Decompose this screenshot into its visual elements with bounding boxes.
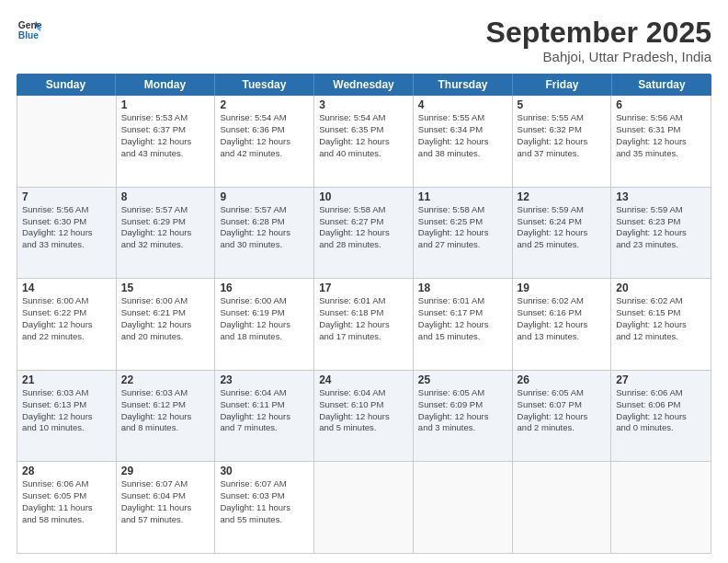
calendar: SundayMondayTuesdayWednesdayThursdayFrid… xyxy=(17,74,711,554)
calendar-day-19: 19Sunrise: 6:02 AM Sunset: 6:16 PM Dayli… xyxy=(513,279,612,370)
calendar-day-6: 6Sunrise: 5:56 AM Sunset: 6:31 PM Daylig… xyxy=(611,96,711,187)
day-info: Sunrise: 6:01 AM Sunset: 6:17 PM Dayligh… xyxy=(418,295,507,342)
calendar-day-25: 25Sunrise: 6:05 AM Sunset: 6:09 PM Dayli… xyxy=(414,371,513,462)
calendar-day-14: 14Sunrise: 6:00 AM Sunset: 6:22 PM Dayli… xyxy=(17,279,117,370)
calendar-week-5: 28Sunrise: 6:06 AM Sunset: 6:05 PM Dayli… xyxy=(17,462,711,553)
calendar-day-16: 16Sunrise: 6:00 AM Sunset: 6:19 PM Dayli… xyxy=(215,279,314,370)
day-number: 12 xyxy=(518,190,607,203)
calendar-week-4: 21Sunrise: 6:03 AM Sunset: 6:13 PM Dayli… xyxy=(17,371,711,463)
calendar-day-empty xyxy=(314,462,414,553)
day-number: 11 xyxy=(418,190,507,203)
day-header-thursday: Thursday xyxy=(414,74,513,96)
day-number: 27 xyxy=(616,373,706,386)
svg-text:Blue: Blue xyxy=(18,30,40,40)
logo: General Blue xyxy=(17,17,42,42)
day-info: Sunrise: 6:06 AM Sunset: 6:05 PM Dayligh… xyxy=(22,478,111,525)
day-number: 17 xyxy=(319,282,408,294)
day-info: Sunrise: 5:57 AM Sunset: 6:28 PM Dayligh… xyxy=(220,204,309,251)
calendar-day-10: 10Sunrise: 5:58 AM Sunset: 6:27 PM Dayli… xyxy=(314,188,414,279)
day-number: 3 xyxy=(319,98,408,111)
calendar-day-4: 4Sunrise: 5:55 AM Sunset: 6:34 PM Daylig… xyxy=(414,96,513,187)
day-info: Sunrise: 5:54 AM Sunset: 6:36 PM Dayligh… xyxy=(220,112,309,159)
day-number: 16 xyxy=(220,282,309,294)
day-header-sunday: Sunday xyxy=(17,74,116,96)
day-info: Sunrise: 6:00 AM Sunset: 6:22 PM Dayligh… xyxy=(22,295,111,342)
calendar-day-26: 26Sunrise: 6:05 AM Sunset: 6:07 PM Dayli… xyxy=(513,371,612,462)
day-number: 8 xyxy=(121,190,210,203)
day-number: 9 xyxy=(220,190,309,203)
calendar-day-24: 24Sunrise: 6:04 AM Sunset: 6:10 PM Dayli… xyxy=(314,371,414,462)
header: General Blue September 2025 Bahjoi, Utta… xyxy=(17,17,711,64)
day-number: 4 xyxy=(418,98,507,111)
day-number: 15 xyxy=(121,282,210,294)
calendar-day-13: 13Sunrise: 5:59 AM Sunset: 6:23 PM Dayli… xyxy=(611,188,711,279)
calendar-day-15: 15Sunrise: 6:00 AM Sunset: 6:21 PM Dayli… xyxy=(117,279,216,370)
day-info: Sunrise: 6:05 AM Sunset: 6:09 PM Dayligh… xyxy=(418,387,507,434)
calendar-day-3: 3Sunrise: 5:54 AM Sunset: 6:35 PM Daylig… xyxy=(314,96,414,187)
day-number: 6 xyxy=(616,98,706,111)
day-info: Sunrise: 5:59 AM Sunset: 6:23 PM Dayligh… xyxy=(616,204,706,251)
day-info: Sunrise: 6:07 AM Sunset: 6:03 PM Dayligh… xyxy=(220,478,309,525)
day-number: 19 xyxy=(518,282,607,294)
location: Bahjoi, Uttar Pradesh, India xyxy=(486,49,711,64)
calendar-day-empty xyxy=(513,462,612,553)
day-number: 26 xyxy=(518,373,607,386)
day-info: Sunrise: 6:04 AM Sunset: 6:10 PM Dayligh… xyxy=(319,387,408,434)
calendar-day-17: 17Sunrise: 6:01 AM Sunset: 6:18 PM Dayli… xyxy=(314,279,414,370)
calendar-week-2: 7Sunrise: 5:56 AM Sunset: 6:30 PM Daylig… xyxy=(17,188,711,280)
day-number: 22 xyxy=(121,373,210,386)
day-info: Sunrise: 6:06 AM Sunset: 6:06 PM Dayligh… xyxy=(616,387,706,434)
day-info: Sunrise: 5:58 AM Sunset: 6:25 PM Dayligh… xyxy=(418,204,507,251)
calendar-body: 1Sunrise: 5:53 AM Sunset: 6:37 PM Daylig… xyxy=(17,96,711,554)
day-info: Sunrise: 5:56 AM Sunset: 6:31 PM Dayligh… xyxy=(616,112,706,159)
title-block: September 2025 Bahjoi, Uttar Pradesh, In… xyxy=(486,17,711,64)
day-header-tuesday: Tuesday xyxy=(215,74,314,96)
day-info: Sunrise: 6:02 AM Sunset: 6:16 PM Dayligh… xyxy=(518,295,607,342)
calendar-day-5: 5Sunrise: 5:55 AM Sunset: 6:32 PM Daylig… xyxy=(513,96,612,187)
calendar-week-3: 14Sunrise: 6:00 AM Sunset: 6:22 PM Dayli… xyxy=(17,279,711,371)
day-info: Sunrise: 6:07 AM Sunset: 6:04 PM Dayligh… xyxy=(121,478,210,525)
day-info: Sunrise: 5:55 AM Sunset: 6:34 PM Dayligh… xyxy=(418,112,507,159)
day-number: 5 xyxy=(518,98,607,111)
day-info: Sunrise: 5:53 AM Sunset: 6:37 PM Dayligh… xyxy=(121,112,210,159)
day-number: 2 xyxy=(220,98,309,111)
calendar-day-20: 20Sunrise: 6:02 AM Sunset: 6:15 PM Dayli… xyxy=(611,279,711,370)
calendar-day-2: 2Sunrise: 5:54 AM Sunset: 6:36 PM Daylig… xyxy=(215,96,314,187)
day-header-monday: Monday xyxy=(116,74,215,96)
calendar-day-empty xyxy=(611,462,711,553)
day-number: 20 xyxy=(616,282,706,294)
day-info: Sunrise: 6:02 AM Sunset: 6:15 PM Dayligh… xyxy=(616,295,706,342)
calendar-day-23: 23Sunrise: 6:04 AM Sunset: 6:11 PM Dayli… xyxy=(215,371,314,462)
day-header-friday: Friday xyxy=(513,74,612,96)
calendar-day-18: 18Sunrise: 6:01 AM Sunset: 6:17 PM Dayli… xyxy=(414,279,513,370)
day-number: 29 xyxy=(121,465,210,477)
day-info: Sunrise: 5:57 AM Sunset: 6:29 PM Dayligh… xyxy=(121,204,210,251)
calendar-day-11: 11Sunrise: 5:58 AM Sunset: 6:25 PM Dayli… xyxy=(414,188,513,279)
day-number: 14 xyxy=(22,282,111,294)
month-title: September 2025 xyxy=(486,17,711,49)
calendar-day-1: 1Sunrise: 5:53 AM Sunset: 6:37 PM Daylig… xyxy=(117,96,216,187)
calendar-day-28: 28Sunrise: 6:06 AM Sunset: 6:05 PM Dayli… xyxy=(17,462,117,553)
day-number: 1 xyxy=(121,98,210,111)
calendar-day-21: 21Sunrise: 6:03 AM Sunset: 6:13 PM Dayli… xyxy=(17,371,117,462)
logo-icon: General Blue xyxy=(17,17,42,42)
day-number: 30 xyxy=(220,465,309,477)
calendar-header: SundayMondayTuesdayWednesdayThursdayFrid… xyxy=(17,74,711,96)
calendar-day-29: 29Sunrise: 6:07 AM Sunset: 6:04 PM Dayli… xyxy=(117,462,216,553)
calendar-week-1: 1Sunrise: 5:53 AM Sunset: 6:37 PM Daylig… xyxy=(17,96,711,188)
calendar-day-30: 30Sunrise: 6:07 AM Sunset: 6:03 PM Dayli… xyxy=(215,462,314,553)
day-info: Sunrise: 5:54 AM Sunset: 6:35 PM Dayligh… xyxy=(319,112,408,159)
day-number: 23 xyxy=(220,373,309,386)
day-info: Sunrise: 6:03 AM Sunset: 6:12 PM Dayligh… xyxy=(121,387,210,434)
calendar-day-27: 27Sunrise: 6:06 AM Sunset: 6:06 PM Dayli… xyxy=(611,371,711,462)
calendar-day-empty xyxy=(414,462,513,553)
day-header-saturday: Saturday xyxy=(612,74,711,96)
day-info: Sunrise: 5:55 AM Sunset: 6:32 PM Dayligh… xyxy=(518,112,607,159)
calendar-day-7: 7Sunrise: 5:56 AM Sunset: 6:30 PM Daylig… xyxy=(17,188,117,279)
day-info: Sunrise: 6:01 AM Sunset: 6:18 PM Dayligh… xyxy=(319,295,408,342)
day-number: 25 xyxy=(418,373,507,386)
day-number: 13 xyxy=(616,190,706,203)
day-info: Sunrise: 6:04 AM Sunset: 6:11 PM Dayligh… xyxy=(220,387,309,434)
calendar-page: General Blue September 2025 Bahjoi, Utta… xyxy=(0,0,728,563)
day-number: 24 xyxy=(319,373,408,386)
